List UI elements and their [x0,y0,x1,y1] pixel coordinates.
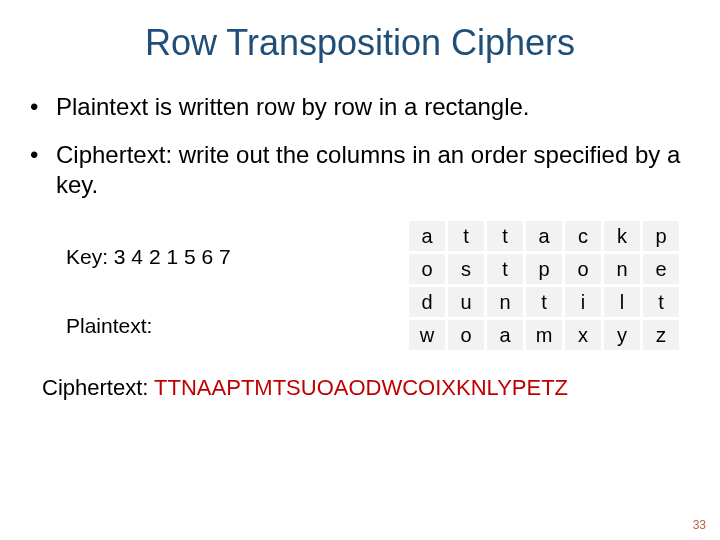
bullet-1: • Plaintext is written row by row in a r… [30,92,690,122]
left-column: Key: 3 4 2 1 5 6 7 Plaintext: [30,218,406,338]
grid-cell: c [565,221,601,251]
grid-wrap: a t t a c k p o s t p o n e [406,218,690,353]
bullet-2-text: Ciphertext: write out the columns in an … [56,140,690,200]
grid-cell: t [487,254,523,284]
grid-cell: t [526,287,562,317]
grid-cell: w [409,320,445,350]
grid-cell: z [643,320,679,350]
grid-cell: a [487,320,523,350]
table-row: w o a m x y z [409,320,679,350]
grid-cell: n [487,287,523,317]
slide-title: Row Transposition Ciphers [30,22,690,64]
grid-cell: t [448,221,484,251]
plaintext-label: Plaintext: [66,313,406,338]
key-label: Key: 3 4 2 1 5 6 7 [66,244,406,269]
grid-cell: l [604,287,640,317]
bullet-1-text: Plaintext is written row by row in a rec… [56,92,690,122]
grid-cell: m [526,320,562,350]
grid-cell: t [643,287,679,317]
bullet-dot-icon: • [30,92,56,122]
grid-cell: t [487,221,523,251]
ciphertext-value: TTNAAPTMTSUOAODWCOIXKNLYPETZ [154,375,568,400]
grid-cell: p [643,221,679,251]
grid-cell: k [604,221,640,251]
grid-cell: e [643,254,679,284]
slide: Row Transposition Ciphers • Plaintext is… [0,0,720,540]
page-number: 33 [693,518,706,532]
grid-cell: s [448,254,484,284]
grid-cell: i [565,287,601,317]
content-row: Key: 3 4 2 1 5 6 7 Plaintext: a t t a c … [30,218,690,353]
grid-cell: n [604,254,640,284]
grid-cell: a [409,221,445,251]
bullet-list: • Plaintext is written row by row in a r… [30,92,690,200]
table-row: a t t a c k p [409,221,679,251]
bullet-2: • Ciphertext: write out the columns in a… [30,140,690,200]
grid-cell: o [409,254,445,284]
grid-cell: x [565,320,601,350]
table-row: d u n t i l t [409,287,679,317]
ciphertext-label: Ciphertext: [42,375,154,400]
grid-cell: a [526,221,562,251]
grid-cell: d [409,287,445,317]
grid-cell: o [565,254,601,284]
bullet-dot-icon: • [30,140,56,170]
plaintext-grid: a t t a c k p o s t p o n e [406,218,682,353]
ciphertext-line: Ciphertext: TTNAAPTMTSUOAODWCOIXKNLYPETZ [30,375,690,401]
table-row: o s t p o n e [409,254,679,284]
grid-cell: y [604,320,640,350]
grid-cell: u [448,287,484,317]
grid-cell: p [526,254,562,284]
grid-cell: o [448,320,484,350]
